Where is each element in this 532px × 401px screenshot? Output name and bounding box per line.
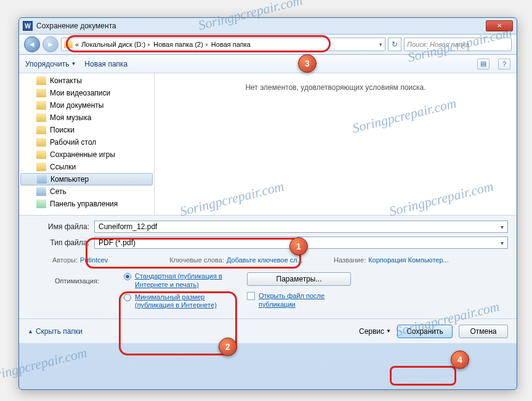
metadata-row: Авторы: Putintcev Ключевые слова: Добавь… [28, 253, 508, 267]
folder-icon [36, 150, 46, 159]
refresh-button[interactable]: ↻ [388, 38, 401, 51]
folder-icon [64, 41, 73, 48]
network-icon [36, 187, 46, 196]
search-input[interactable]: Поиск: Новая папка [404, 38, 512, 51]
title-label: Название: [334, 256, 366, 264]
tree-item-label: Рабочий стол [50, 138, 96, 147]
tree-item-label: Ссылки [50, 163, 76, 171]
tree-item[interactable]: Ссылки [19, 161, 154, 173]
radio-icon [124, 273, 131, 280]
tools-menu[interactable]: Сервис ▼ [359, 327, 391, 336]
radio-minimal[interactable]: Минимальный размер (публикация в Интерне… [124, 293, 222, 310]
breadcrumb-part[interactable]: Новая папка (2) [153, 41, 203, 48]
tree-item[interactable]: Контакты [19, 75, 154, 87]
folder-icon [36, 126, 46, 134]
chevron-down-icon: ▼ [71, 61, 76, 67]
organize-label: Упорядочить [25, 60, 69, 68]
dialog-footer: ▲ Скрыть папки Сервис ▼ Сохранить Отмена [19, 318, 517, 343]
tree-item-controlpanel[interactable]: Панель управления [19, 198, 154, 210]
filename-input[interactable]: Cuneiform_12.pdf [94, 221, 508, 233]
tree-item[interactable]: Мои документы [19, 99, 154, 111]
open-after-checkbox[interactable] [247, 292, 255, 300]
tools-label: Сервис [359, 327, 384, 336]
tree-item[interactable]: Мои видеозаписи [19, 87, 154, 99]
filename-value: Cuneiform_12.pdf [99, 222, 157, 231]
cancel-button[interactable]: Отмена [459, 325, 508, 338]
authors-value[interactable]: Putintcev [80, 256, 108, 264]
tree-item-label: Мои видеозаписи [50, 89, 110, 97]
filetype-label: Тип файла: [28, 238, 89, 247]
tree-item-computer[interactable]: Компьютер [20, 173, 153, 185]
folder-icon [36, 163, 46, 171]
computer-icon [37, 175, 47, 184]
tree-item-label: Сеть [50, 187, 66, 196]
navigation-bar: ◄ ► « Локальный диск (D:) ▸ Новая папка … [19, 34, 517, 55]
control-panel-icon [36, 200, 46, 208]
chevron-up-icon: ▲ [28, 328, 33, 334]
folder-icon [36, 76, 46, 85]
filetype-select[interactable]: PDF (*.pdf) [94, 237, 508, 249]
toolbar: Упорядочить ▼ Новая папка ▤ ? [19, 55, 517, 73]
breadcrumb[interactable]: « Локальный диск (D:) ▸ Новая папка (2) … [61, 38, 385, 51]
file-list-area: Нет элементов, удовлетворяющих условиям … [155, 73, 517, 215]
tree-item-label: Контакты [50, 76, 82, 85]
tree-item-label: Сохраненные игры [50, 150, 115, 159]
search-placeholder: Поиск: Новая папка [407, 41, 469, 48]
view-button[interactable]: ▤ [477, 59, 490, 70]
optimization-label: Оптимизация: [38, 272, 99, 285]
folder-icon [36, 101, 46, 110]
forward-button[interactable]: ► [42, 36, 58, 52]
chevron-down-icon: ▼ [386, 328, 391, 334]
breadcrumb-prefix: « [75, 41, 79, 48]
hide-folders-label: Скрыть папки [36, 327, 83, 336]
breadcrumb-part[interactable]: Новая папка [211, 41, 251, 48]
chevron-right-icon: ▸ [148, 41, 151, 47]
open-after-label: Открыть файл после публикации [259, 292, 351, 309]
folder-icon [36, 113, 46, 122]
save-form: Имя файла: Cuneiform_12.pdf Тип файла: P… [19, 215, 517, 318]
word-icon: W [23, 21, 33, 31]
back-button[interactable]: ◄ [24, 36, 40, 52]
new-folder-button[interactable]: Новая папка [84, 60, 127, 68]
tree-item[interactable]: Поиски [19, 124, 154, 136]
hide-folders-button[interactable]: ▲ Скрыть папки [28, 327, 83, 336]
tree-item[interactable]: Сохраненные игры [19, 148, 154, 161]
tree-item-label: Поиски [50, 126, 75, 134]
close-button[interactable]: ✕ [486, 20, 513, 31]
radio-icon [124, 294, 131, 301]
save-button[interactable]: Сохранить [397, 325, 453, 338]
breadcrumb-part[interactable]: Локальный диск (D:) [81, 41, 145, 48]
authors-label: Авторы: [52, 256, 78, 264]
folder-tree[interactable]: Контакты Мои видеозаписи Мои документы М… [19, 73, 155, 215]
filename-label: Имя файла: [28, 222, 89, 231]
keywords-label: Ключевые слова: [169, 256, 224, 264]
folder-icon [36, 89, 46, 97]
body-area: Контакты Мои видеозаписи Мои документы М… [19, 73, 517, 215]
tree-item-label: Панель управления [50, 200, 118, 208]
parameters-button[interactable]: Параметры... [247, 272, 351, 286]
titlebar: W Сохранение документа ✕ [19, 18, 517, 34]
filetype-value: PDF (*.pdf) [99, 238, 135, 247]
save-dialog-window: W Сохранение документа ✕ ◄ ► « Локальный… [18, 17, 517, 390]
tree-item-label: Компьютер [50, 175, 89, 184]
radio-label: Стандартная (публикация в Интернете и пе… [135, 272, 222, 290]
window-title: Сохранение документа [36, 22, 486, 30]
radio-standard[interactable]: Стандартная (публикация в Интернете и пе… [124, 272, 222, 290]
empty-message: Нет элементов, удовлетворяющих условиям … [245, 83, 425, 92]
chevron-down-icon[interactable]: ▾ [379, 41, 382, 47]
organize-button[interactable]: Упорядочить ▼ [25, 60, 76, 68]
optimization-radios: Стандартная (публикация в Интернете и пе… [124, 272, 222, 310]
tree-item[interactable]: Рабочий стол [19, 136, 154, 148]
tree-item-network[interactable]: Сеть [19, 185, 154, 198]
folder-icon [36, 138, 46, 147]
tree-item-label: Моя музыка [50, 113, 91, 122]
chevron-right-icon: ▸ [206, 41, 209, 47]
title-value[interactable]: Корпорация Компьютер... [368, 256, 449, 264]
tree-item[interactable]: Моя музыка [19, 111, 154, 124]
annotation-box-4 [390, 366, 456, 386]
keywords-value[interactable]: Добавьте ключевое сл... [227, 256, 303, 264]
help-button[interactable]: ? [498, 59, 510, 70]
tree-item-label: Мои документы [50, 101, 103, 110]
radio-label: Минимальный размер (публикация в Интерне… [135, 293, 222, 310]
